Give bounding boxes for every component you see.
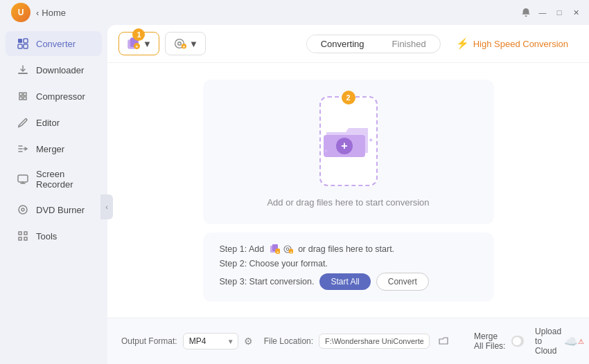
svg-rect-4 — [18, 73, 28, 74]
svg-text:+: + — [341, 140, 347, 152]
svg-text:+: + — [290, 249, 292, 253]
svg-text:✦: ✦ — [368, 136, 373, 144]
svg-text:+: + — [276, 250, 279, 254]
drop-zone-area: 2 + ✦ ✦ — [107, 63, 589, 318]
svg-point-7 — [21, 208, 24, 211]
drop-zone[interactable]: + ✦ ✦ — [319, 96, 378, 186]
folder-icon: + ✦ ✦ — [321, 118, 376, 163]
sidebar: Converter Downloader Compressor — [0, 25, 107, 364]
add-file-dropdown-arrow: ▼ — [143, 39, 152, 49]
svg-rect-1 — [24, 39, 28, 43]
file-location-label: File Location: — [264, 336, 313, 346]
sidebar-item-dvd-burner-label: DVD Burner — [36, 205, 85, 215]
step-1-text: Step 1: Add — [220, 244, 265, 254]
svg-point-6 — [19, 206, 27, 214]
file-location-field: File Location: — [264, 333, 452, 349]
notification-icon[interactable] — [521, 8, 531, 17]
bottom-bar: Output Format: MP4 MOV AVI MKV ▼ ⚙ File … — [107, 318, 589, 364]
add-file-button[interactable]: 1 + ▼ — [118, 32, 159, 55]
maximize-button[interactable]: □ — [554, 8, 564, 17]
downloader-icon — [17, 64, 29, 76]
svg-point-13 — [178, 42, 182, 46]
merge-all-files-field: Merge All Files: — [474, 331, 524, 351]
main-layout: Converter Downloader Compressor — [0, 25, 589, 364]
file-location-browse-button[interactable] — [435, 333, 452, 349]
drop-zone-label: Add or drag files here to start conversi… — [267, 197, 429, 208]
drop-zone-badge: 2 — [342, 91, 355, 104]
step-add-file-icon: + — [269, 244, 280, 255]
steps-area: Step 1: Add + — [203, 233, 494, 302]
sidebar-item-compressor-label: Compressor — [36, 91, 85, 102]
sidebar-item-downloader[interactable]: Downloader — [6, 57, 102, 82]
compressor-icon — [17, 90, 29, 102]
steps-convert-button[interactable]: Convert — [376, 273, 429, 291]
output-format-label: Output Format: — [121, 336, 177, 346]
tab-finished[interactable]: Finished — [378, 35, 440, 53]
add-file-badge: 1 — [132, 28, 145, 41]
step-1-row: Step 1: Add + — [220, 244, 477, 255]
window-controls: — □ ✕ — [521, 8, 581, 17]
home-label: Home — [42, 8, 66, 18]
upload-cloud-label: Upload to Cloud — [535, 327, 561, 356]
file-location-input[interactable] — [319, 334, 430, 349]
home-button[interactable]: ‹ Home — [36, 8, 66, 18]
sidebar-item-tools-label: Tools — [36, 231, 57, 242]
sidebar-item-tools[interactable]: Tools — [6, 224, 102, 248]
svg-text:+: + — [135, 44, 138, 50]
step-1-icons: + + — [269, 244, 293, 255]
dvd-burner-icon — [17, 203, 29, 216]
step-1-or-text: or drag files here to start. — [298, 244, 394, 254]
merge-all-toggle[interactable] — [511, 336, 525, 347]
step-3-text: Step 3: Start conversion. — [220, 277, 315, 286]
sidebar-item-dvd-burner[interactable]: DVD Burner — [6, 197, 102, 222]
chevron-left-icon: ‹ — [36, 8, 39, 18]
svg-rect-3 — [24, 44, 28, 48]
tools-icon — [17, 230, 29, 242]
drop-zone-container: 2 + ✦ ✦ — [203, 80, 494, 224]
add-cd-button[interactable]: + ▼ — [165, 32, 206, 55]
add-cd-dropdown-arrow: ▼ — [189, 39, 198, 49]
converter-icon — [17, 37, 29, 50]
sidebar-collapse-button[interactable]: ‹ — [100, 194, 113, 219]
steps-start-all-button[interactable]: Start All — [319, 273, 370, 290]
sidebar-item-editor[interactable]: Editor — [6, 110, 102, 135]
minimize-button[interactable]: — — [538, 8, 547, 17]
editor-icon — [17, 116, 29, 129]
titlebar-left: U ‹ Home — [11, 3, 66, 22]
sidebar-item-screen-recorder-label: Screen Recorder — [36, 169, 91, 190]
toolbar: 1 + ▼ + ▼ — [107, 25, 589, 63]
svg-point-26 — [286, 248, 289, 251]
user-avatar: U — [11, 3, 30, 22]
upload-cloud-field: Upload to Cloud ☁️ ⚠ — [535, 327, 584, 356]
add-cd-icon: + — [173, 37, 186, 51]
sidebar-item-merger[interactable]: Merger — [6, 136, 102, 161]
svg-rect-2 — [18, 44, 22, 48]
screen-recorder-icon — [17, 173, 29, 185]
tab-converting[interactable]: Converting — [307, 35, 378, 53]
sidebar-item-editor-label: Editor — [36, 118, 60, 128]
upload-cloud-badge: ⚠ — [578, 338, 584, 345]
format-settings-icon[interactable]: ⚙ — [244, 336, 253, 347]
lightning-icon: ⚡ — [456, 37, 469, 50]
close-button[interactable]: ✕ — [571, 8, 581, 17]
sidebar-item-converter-label: Converter — [36, 39, 76, 49]
step-2-text: Step 2: Choose your format. — [220, 259, 328, 269]
output-format-select[interactable]: MP4 MOV AVI MKV — [183, 333, 238, 349]
toggle-knob — [513, 337, 521, 345]
output-format-select-wrapper: MP4 MOV AVI MKV ▼ — [183, 333, 238, 349]
sidebar-item-screen-recorder[interactable]: Screen Recorder — [6, 163, 102, 196]
content-area: 1 + ▼ + ▼ — [107, 25, 589, 364]
drop-zone-wrapper: 2 + ✦ ✦ — [319, 96, 378, 186]
sidebar-item-converter[interactable]: Converter — [6, 31, 102, 56]
upload-cloud-icon[interactable]: ☁️ — [564, 335, 578, 348]
sidebar-item-downloader-label: Downloader — [36, 65, 84, 75]
titlebar: U ‹ Home — □ ✕ — [0, 0, 589, 25]
svg-rect-5 — [18, 175, 28, 182]
sidebar-item-compressor[interactable]: Compressor — [6, 84, 102, 109]
merger-icon — [17, 143, 29, 155]
merge-all-label: Merge All Files: — [474, 331, 507, 351]
high-speed-button[interactable]: ⚡ High Speed Conversion — [446, 34, 578, 53]
svg-text:+: + — [182, 44, 185, 49]
folder-browse-icon — [438, 336, 449, 347]
step-add-cd-icon: + — [282, 244, 293, 255]
